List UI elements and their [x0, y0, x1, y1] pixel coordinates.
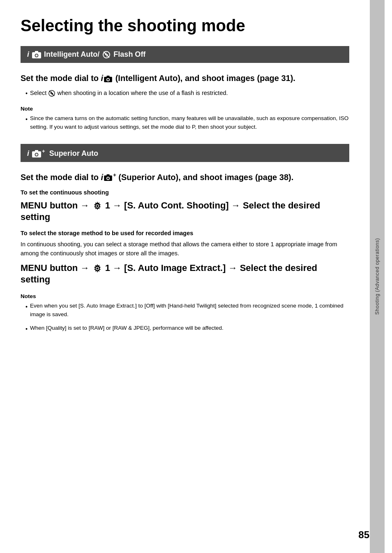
camera-icon2 — [32, 150, 41, 157]
svg-point-26 — [96, 267, 98, 269]
section1-header: i Intelligent Auto/ Flash Off — [21, 46, 349, 63]
bullet-dot4: • — [25, 324, 28, 335]
section1-bullet-text: Select when shooting in a location where… — [30, 88, 228, 98]
section2-header: i + Superior Auto — [21, 144, 349, 162]
flash-off-icon — [102, 51, 111, 59]
svg-point-10 — [107, 79, 109, 81]
page-number: 85 — [358, 529, 369, 541]
section2-notes-label: Notes — [21, 293, 349, 299]
section1-note: • Since the camera turns on the automati… — [21, 114, 349, 134]
sidebar-label: Shooting (Advanced operations) — [374, 238, 380, 315]
section2-header-text: i + Superior Auto — [27, 148, 98, 158]
flash-icon-inline — [48, 90, 55, 97]
svg-rect-19 — [107, 174, 110, 176]
section1-header-text: i Intelligent Auto/ Flash Off — [27, 50, 145, 59]
camera-icon-inline1 — [104, 76, 112, 82]
section2-body-text: In continuous shooting, you can select a… — [21, 240, 349, 258]
svg-marker-13 — [51, 91, 53, 96]
svg-point-3 — [36, 55, 38, 57]
menu-instruction1: MENU button → 1 → [S. Auto Cont. Shootin… — [21, 200, 349, 223]
section1-note-text: Since the camera turns on the automatic … — [30, 114, 349, 132]
gear-icon1 — [92, 201, 103, 211]
subsection1-title: To set the continuous shooting — [21, 189, 349, 196]
bullet-dot2: • — [25, 115, 28, 134]
svg-point-24 — [96, 205, 98, 207]
camera-icon-inline2 — [104, 174, 112, 181]
section1-note-label: Note — [21, 106, 349, 112]
sidebar: Shooting (Advanced operations) — [370, 0, 385, 553]
section2-note1-text: Even when you set [S. Auto Image Extract… — [30, 302, 349, 319]
svg-point-21 — [107, 178, 109, 179]
menu-instruction2: MENU button → 1 → [S. Auto Image Extract… — [21, 262, 349, 286]
page-title: Selecting the shooting mode — [21, 16, 349, 35]
svg-rect-15 — [35, 150, 38, 152]
section2-note1: • Even when you set [S. Auto Image Extra… — [21, 302, 349, 322]
bullet-dot: • — [25, 89, 28, 98]
section2-note2: • When [Quality] is set to [RAW] or [RAW… — [21, 324, 349, 335]
section2-note2-text: When [Quality] is set to [RAW] or [RAW &… — [30, 324, 224, 333]
section1-heading: Set the mode dial to i (Intelligent Auto… — [21, 73, 349, 83]
svg-rect-8 — [107, 76, 110, 77]
section2-heading: Set the mode dial to i+ (Superior Auto),… — [21, 172, 349, 183]
camera-icon — [32, 51, 41, 58]
gear-icon2 — [92, 263, 103, 274]
svg-point-17 — [36, 153, 38, 155]
svg-rect-1 — [35, 51, 38, 53]
section1-bullet: • Select when shooting in a location whe… — [21, 88, 349, 98]
subsection2-title: To select the storage method to be used … — [21, 230, 349, 236]
bullet-dot3: • — [25, 302, 28, 322]
